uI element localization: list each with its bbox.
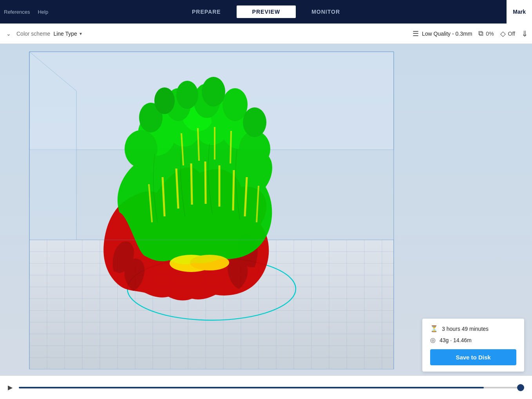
color-scheme-label: Color scheme xyxy=(16,31,50,37)
play-button[interactable]: ▶ xyxy=(8,384,13,391)
support-icon: ◇ xyxy=(500,29,506,38)
quality-control[interactable]: ☰ Low Quality - 0.3mm xyxy=(413,29,472,38)
viewport: ⏳ 3 hours 49 minutes ◎ 43g · 14.46m Save… xyxy=(0,44,532,399)
clock-icon: ⏳ xyxy=(430,325,438,332)
svg-line-58 xyxy=(205,161,206,204)
layer-slider[interactable] xyxy=(19,387,524,388)
color-scheme-select[interactable]: Line Type ▾ xyxy=(53,31,81,37)
svg-line-57 xyxy=(191,163,192,205)
infill-control[interactable]: ⧉ 0% xyxy=(478,29,494,38)
save-to-disk-icon[interactable]: ⇓ xyxy=(521,29,528,38)
top-navigation: References Help PREPARE PREVIEW MONITOR … xyxy=(0,0,532,24)
chevron-down-icon: ▾ xyxy=(80,31,82,36)
time-info-row: ⏳ 3 hours 49 minutes xyxy=(430,325,516,332)
time-label: 3 hours 49 minutes xyxy=(442,326,489,332)
slider-thumb[interactable] xyxy=(517,384,524,391)
bottom-bar: ▶ xyxy=(0,375,532,399)
svg-point-50 xyxy=(176,81,198,109)
settings-icon: ☰ xyxy=(413,29,419,38)
help-menu-item[interactable]: Help xyxy=(38,9,48,15)
toolbar-right: ☰ Low Quality - 0.3mm ⧉ 0% ◇ Off ⇓ xyxy=(413,29,528,38)
toolbar: ⌄ Color scheme Line Type ▾ ☰ Low Quality… xyxy=(0,24,532,44)
tab-preview[interactable]: PREVIEW xyxy=(237,5,296,18)
save-to-disk-button[interactable]: Save to Disk xyxy=(430,349,516,365)
filament-label: 43g · 14.46m xyxy=(440,337,472,343)
support-control[interactable]: ◇ Off xyxy=(500,29,515,38)
slider-fill xyxy=(19,387,484,388)
svg-point-47 xyxy=(223,88,248,121)
filament-icon: ◎ xyxy=(430,336,436,344)
color-scheme-value: Line Type xyxy=(53,31,77,37)
svg-line-60 xyxy=(233,170,234,210)
svg-point-49 xyxy=(243,107,266,137)
svg-point-40 xyxy=(125,130,157,168)
menu-left: References Help xyxy=(0,9,48,15)
svg-point-51 xyxy=(202,77,225,107)
svg-point-52 xyxy=(154,87,175,114)
info-panel: ⏳ 3 hours 49 minutes ◎ 43g · 14.46m Save… xyxy=(422,319,524,372)
tab-monitor[interactable]: MONITOR xyxy=(296,5,356,18)
references-menu-item[interactable]: References xyxy=(4,9,30,15)
infill-icon: ⧉ xyxy=(478,29,483,38)
toolbar-left: ⌄ Color scheme Line Type ▾ xyxy=(4,29,409,38)
chevron-down-icon[interactable]: ⌄ xyxy=(4,29,13,38)
nav-tabs: PREPARE PREVIEW MONITOR xyxy=(176,5,356,18)
svg-line-67 xyxy=(230,131,231,163)
infill-value: 0% xyxy=(486,31,494,37)
filament-info-row: ◎ 43g · 14.46m xyxy=(430,336,516,344)
support-value: Off xyxy=(508,31,515,37)
quality-text: Low Quality - 0.3mm xyxy=(422,31,472,37)
mark-button[interactable]: Mark xyxy=(507,0,532,24)
svg-point-54 xyxy=(190,255,229,270)
tab-prepare[interactable]: PREPARE xyxy=(176,5,237,18)
